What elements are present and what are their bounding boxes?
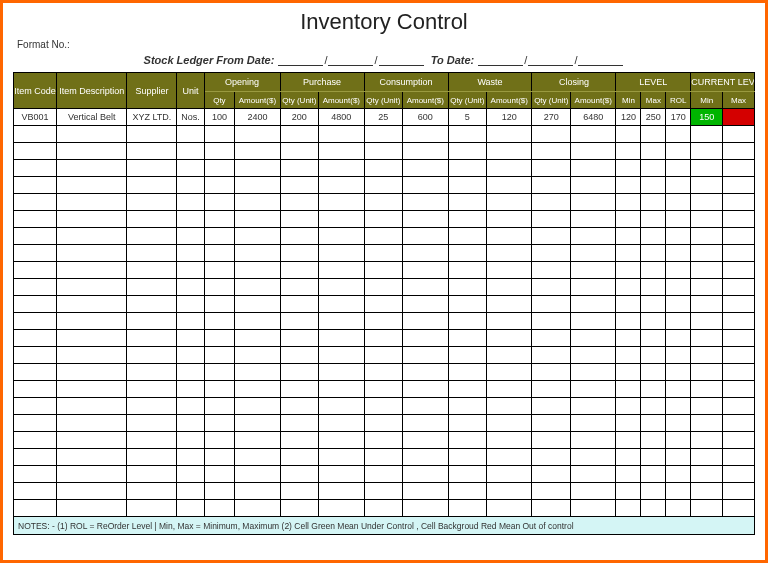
cell-empty	[364, 466, 403, 483]
col-item-code: Item Code	[14, 73, 57, 109]
cell-empty	[14, 500, 57, 517]
col-group-opening: Opening	[204, 73, 280, 92]
cell-empty	[448, 211, 487, 228]
cell-empty	[319, 449, 364, 466]
cell-empty	[280, 143, 319, 160]
cell-empty	[14, 279, 57, 296]
cell-empty	[57, 330, 127, 347]
col-lvl-rol: ROL	[666, 92, 691, 109]
cell-empty	[532, 211, 571, 228]
table-row-empty	[14, 500, 755, 517]
cell-empty	[691, 381, 723, 398]
cell-empty	[403, 500, 448, 517]
cell-empty	[403, 483, 448, 500]
cell-empty	[723, 296, 755, 313]
cell-empty	[691, 415, 723, 432]
cell-empty	[641, 466, 666, 483]
cell-empty	[641, 449, 666, 466]
cell-empty	[57, 245, 127, 262]
cell-empty	[319, 381, 364, 398]
from-date-blank2	[328, 55, 373, 66]
table-row-empty	[14, 313, 755, 330]
cell-empty	[691, 228, 723, 245]
cell-con_amt: 600	[403, 109, 448, 126]
cell-empty	[204, 194, 235, 211]
cell-lvl_min: 120	[616, 109, 641, 126]
cell-empty	[14, 313, 57, 330]
cell-empty	[532, 483, 571, 500]
cell-empty	[641, 415, 666, 432]
cell-empty	[487, 347, 532, 364]
cell-empty	[319, 313, 364, 330]
cell-empty	[723, 398, 755, 415]
cell-empty	[364, 330, 403, 347]
cell-empty	[319, 211, 364, 228]
cell-empty	[14, 483, 57, 500]
cell-empty	[616, 228, 641, 245]
cell-empty	[616, 279, 641, 296]
cell-empty	[571, 160, 616, 177]
col-close-amt: Amount($)	[571, 92, 616, 109]
cell-empty	[364, 177, 403, 194]
cell-empty	[57, 466, 127, 483]
cell-empty	[532, 415, 571, 432]
cell-empty	[204, 228, 235, 245]
cell-empty	[532, 143, 571, 160]
cell-empty	[641, 262, 666, 279]
cell-empty	[204, 347, 235, 364]
cell-empty	[177, 313, 204, 330]
cell-empty	[235, 313, 280, 330]
from-date-label: Stock Ledger From Date:	[144, 54, 275, 66]
col-group-waste: Waste	[448, 73, 532, 92]
cell-empty	[403, 194, 448, 211]
cell-empty	[204, 279, 235, 296]
cell-empty	[691, 211, 723, 228]
cell-empty	[235, 415, 280, 432]
cell-empty	[280, 415, 319, 432]
col-pur-qty: Qty (Unit)	[280, 92, 319, 109]
cell-empty	[14, 245, 57, 262]
cell-empty	[280, 330, 319, 347]
cell-empty	[235, 143, 280, 160]
cell-empty	[448, 177, 487, 194]
cell-empty	[571, 398, 616, 415]
cell-unit: Nos.	[177, 109, 204, 126]
cell-empty	[127, 279, 177, 296]
cell-empty	[235, 279, 280, 296]
cell-empty	[235, 296, 280, 313]
cell-empty	[448, 449, 487, 466]
cell-empty	[127, 398, 177, 415]
cell-empty	[616, 483, 641, 500]
cell-empty	[641, 211, 666, 228]
cell-empty	[691, 279, 723, 296]
cell-empty	[280, 364, 319, 381]
cell-empty	[280, 262, 319, 279]
cell-empty	[14, 381, 57, 398]
cell-empty	[364, 432, 403, 449]
notes-row: NOTES: - (1) ROL = ReOrder Level | Min, …	[14, 517, 755, 535]
cell-empty	[14, 330, 57, 347]
cell-empty	[57, 432, 127, 449]
cell-empty	[666, 228, 691, 245]
cell-empty	[571, 313, 616, 330]
cell-empty	[723, 381, 755, 398]
cell-empty	[487, 381, 532, 398]
cell-empty	[280, 398, 319, 415]
cell-empty	[127, 194, 177, 211]
cell-empty	[235, 262, 280, 279]
cell-empty	[641, 500, 666, 517]
cell-empty	[177, 160, 204, 177]
cell-empty	[666, 500, 691, 517]
cell-empty	[177, 466, 204, 483]
cell-empty	[14, 194, 57, 211]
cell-empty	[532, 432, 571, 449]
table-row-empty	[14, 449, 755, 466]
cell-empty	[280, 126, 319, 143]
cell-empty	[403, 262, 448, 279]
cell-empty	[403, 211, 448, 228]
cell-empty	[723, 245, 755, 262]
cell-empty	[616, 432, 641, 449]
cell-empty	[616, 381, 641, 398]
cell-supplier: XYZ LTD.	[127, 109, 177, 126]
col-con-qty: Qty (Unit)	[364, 92, 403, 109]
